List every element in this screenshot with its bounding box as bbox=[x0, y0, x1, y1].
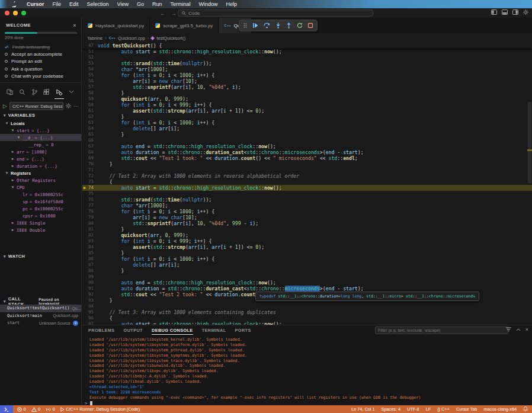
code-line[interactable]: 62 } bbox=[82, 114, 532, 120]
menu-window[interactable]: Window bbox=[194, 0, 222, 8]
run-and-debug-icon[interactable] bbox=[55, 87, 64, 97]
more-views-chevron-icon[interactable] bbox=[67, 87, 76, 97]
code-line[interactable]: 95 // Test 3: Array with 1000 elements c… bbox=[82, 309, 532, 315]
code-line[interactable]: 86 for (int i = 0; i < 1000; i++) { bbox=[82, 256, 532, 262]
variable-row[interactable]: lr = 0x10000255c bbox=[0, 191, 81, 198]
status-item[interactable]: Spaces: 4 bbox=[382, 406, 400, 412]
panel-tab[interactable]: TERMINAL bbox=[202, 325, 226, 335]
welcome-checklist-item[interactable]: Accept an autocomplete bbox=[5, 50, 79, 57]
status-item[interactable]: UTF-8 bbox=[407, 406, 419, 412]
variable-row[interactable]: ▸IEEE Single bbox=[0, 219, 81, 226]
code-line[interactable]: 73 { bbox=[82, 179, 532, 185]
editor-tab[interactable]: Haystack_quickstart.py bbox=[82, 18, 150, 33]
filter-icon[interactable] bbox=[506, 327, 511, 332]
variable-row[interactable]: cpsr = 0x1000 bbox=[0, 212, 81, 219]
toggle-panel-icon[interactable] bbox=[502, 9, 508, 15]
code-line[interactable]: 84 assert(std::strcmp(arr[i], arr[i + 1]… bbox=[82, 244, 532, 250]
code-line[interactable]: 82 quicksort(arr, 0, 999); bbox=[82, 232, 532, 238]
code-line[interactable]: 94 bbox=[82, 303, 532, 309]
line-number[interactable]: 89 bbox=[82, 274, 98, 280]
variables-section-header[interactable]: ▾VARIABLES bbox=[4, 113, 79, 118]
code-line[interactable]: 59 quicksort(arr, 0, 999); bbox=[82, 96, 532, 102]
line-number[interactable]: 80 bbox=[82, 220, 98, 226]
code-line[interactable]: 61 assert(std::strcmp(arr[i], arr[i + 1]… bbox=[82, 108, 532, 114]
status-item[interactable]: macos-clang-x64 bbox=[483, 406, 517, 412]
call-stack-frame[interactable]: Quicksort!testQuicksort()Qu... bbox=[0, 305, 81, 312]
panel-tab[interactable]: PROBLEMS bbox=[88, 325, 115, 335]
errors-indicator[interactable]: 0 bbox=[17, 406, 26, 412]
line-number[interactable]: 81 bbox=[82, 226, 98, 232]
code-line[interactable]: 80 std::snprintf(arr[i], 10, "%04d", 999… bbox=[82, 220, 532, 226]
line-number[interactable]: 86 bbox=[82, 256, 98, 262]
code-line[interactable]: 90 auto end = std::chrono::high_resoluti… bbox=[82, 280, 532, 286]
toolbar-drag-handle[interactable] bbox=[243, 23, 247, 28]
panel-tab[interactable]: OUTPUT bbox=[124, 325, 143, 335]
close-panel-icon[interactable]: × bbox=[525, 326, 528, 332]
code-line[interactable]: 87 delete[] arr[i]; bbox=[82, 262, 532, 268]
code-line[interactable]: 85 } bbox=[82, 250, 532, 256]
line-number[interactable]: 71 bbox=[82, 167, 98, 173]
code-line[interactable]: 68 auto duration = std::chrono::duration… bbox=[82, 149, 532, 155]
editor-scrollbar[interactable] bbox=[527, 43, 532, 325]
variable-row[interactable]: sp = 0x16fdf50d0 bbox=[0, 198, 81, 205]
debug-more-actions-icon[interactable]: ⋯ bbox=[73, 104, 78, 109]
panel-tab[interactable]: DEBUG CONSOLE bbox=[152, 325, 193, 335]
variable-row[interactable]: ▸end = {...} bbox=[0, 155, 81, 162]
code-line[interactable]: 52 bbox=[82, 55, 532, 60]
notifications-bell-icon[interactable] bbox=[523, 406, 528, 412]
line-number[interactable]: 91 bbox=[82, 286, 98, 292]
code-line[interactable]: 72 // Test 2: Array with 1000 elements i… bbox=[82, 173, 532, 179]
code-line[interactable]: 60 for (int i = 0; i < 999; i++) { bbox=[82, 102, 532, 108]
line-number[interactable]: 62 bbox=[82, 114, 98, 120]
line-number[interactable]: 72 bbox=[82, 173, 98, 179]
code-line[interactable]: 56 arr[i] = new char[10]; bbox=[82, 78, 532, 84]
line-number[interactable]: 57 bbox=[82, 84, 98, 90]
line-number[interactable]: 60 bbox=[82, 102, 98, 108]
menu-terminal[interactable]: Terminal bbox=[166, 0, 194, 8]
line-number[interactable]: 52 bbox=[82, 55, 98, 60]
call-stack-frame[interactable]: Quicksort!mainQuicksort.cpp bbox=[0, 312, 81, 320]
line-number[interactable]: 90 bbox=[82, 280, 98, 286]
close-window-button[interactable] bbox=[5, 11, 9, 15]
variable-row[interactable]: ▾__d_ = {...} bbox=[0, 134, 81, 141]
minimize-window-button[interactable] bbox=[13, 11, 18, 15]
code-line[interactable]: 51 auto start = std::chrono::high_resolu… bbox=[82, 49, 532, 55]
menu-run[interactable]: Run bbox=[148, 0, 166, 8]
line-number[interactable]: 56 bbox=[82, 78, 98, 84]
nav-back-icon[interactable]: ← bbox=[160, 10, 166, 17]
ports-indicator[interactable]: 0 bbox=[46, 406, 55, 412]
step-out-icon[interactable] bbox=[286, 23, 291, 28]
code-line[interactable]: 55 for (int i = 0; i < 1000; i++) { bbox=[82, 72, 532, 78]
welcome-checklist-item[interactable]: Prompt an edit bbox=[5, 58, 79, 65]
extensions-icon[interactable] bbox=[42, 87, 52, 97]
code-line[interactable]: 96 { bbox=[82, 315, 532, 321]
code-line[interactable]: 66 bbox=[82, 137, 532, 143]
line-number[interactable]: 59 bbox=[82, 96, 98, 102]
restart-icon[interactable] bbox=[297, 23, 303, 28]
line-number[interactable]: 65 bbox=[82, 132, 98, 137]
code-line[interactable]: 81 } bbox=[82, 226, 532, 232]
line-number[interactable]: 51 bbox=[82, 49, 98, 55]
code-line[interactable]: 69 std::cout << "Test 1 took: " << durat… bbox=[82, 155, 532, 161]
apple-menu-icon[interactable] bbox=[12, 1, 17, 7]
line-number[interactable]: 96 bbox=[82, 315, 98, 321]
watch-section-header[interactable]: ▾WATCH bbox=[4, 254, 79, 259]
line-number[interactable]: 61 bbox=[82, 108, 98, 114]
code-line[interactable]: 53 std::srand(std::time(nullptr)); bbox=[82, 60, 532, 66]
menu-help[interactable]: Help bbox=[222, 0, 242, 8]
sticky-scroll-line[interactable]: 47void testQuicksort() { bbox=[82, 43, 532, 49]
welcome-checklist-item[interactable]: ✓Finish onboarding bbox=[5, 43, 79, 50]
editor-tab[interactable]: scrape_gpt3.5_turbo.py bbox=[150, 18, 219, 33]
source-control-icon[interactable] bbox=[30, 87, 39, 97]
line-number[interactable]: 58 bbox=[82, 90, 98, 96]
line-number[interactable]: 63 bbox=[82, 120, 98, 126]
call-stack-frame[interactable]: startUnknown Source0 bbox=[0, 319, 81, 327]
line-number[interactable]: 69 bbox=[82, 155, 98, 161]
breadcrumb-folder[interactable]: Tabnine bbox=[87, 36, 102, 41]
line-number[interactable]: 53 bbox=[82, 60, 98, 66]
panel-tab[interactable]: PORTS bbox=[235, 325, 251, 335]
line-number[interactable]: 85 bbox=[82, 250, 98, 256]
variable-row[interactable]: ▾Locals bbox=[0, 120, 81, 127]
menu-edit[interactable]: Edit bbox=[65, 0, 83, 8]
line-number[interactable]: 84 bbox=[82, 244, 98, 250]
